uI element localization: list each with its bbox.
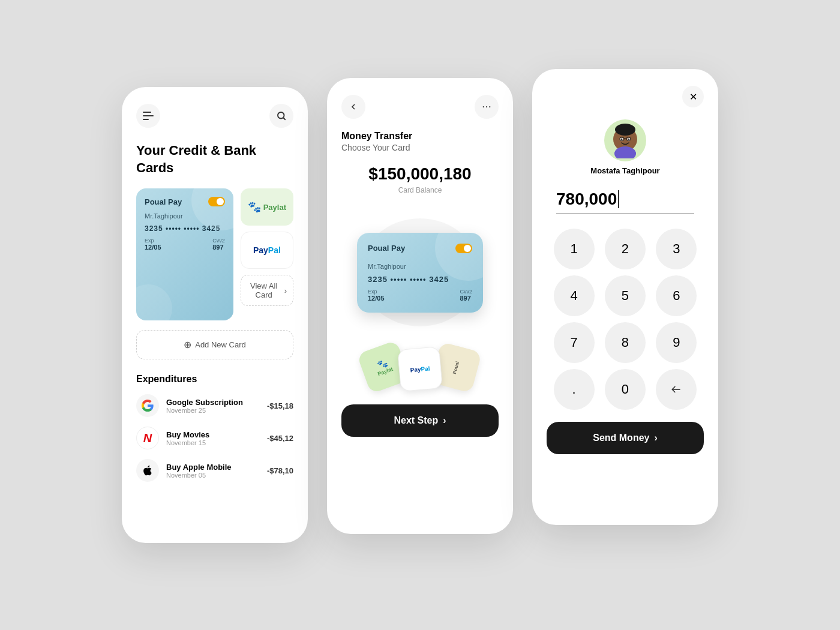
mini-cards-row: 🐾 Paylat PayPal Poual xyxy=(341,348,499,390)
expense-name: Buy Movies xyxy=(166,430,260,439)
exp-label: Exp xyxy=(368,289,385,295)
svg-point-2 xyxy=(483,106,484,107)
google-icon xyxy=(141,399,154,412)
phone2-header xyxy=(341,95,499,119)
num-1-button[interactable]: 1 xyxy=(554,229,595,269)
netflix-logo: N xyxy=(136,427,159,449)
phone-screen-2: Money Transfer Choose Your Card $150,000… xyxy=(327,78,513,534)
back-button[interactable] xyxy=(341,95,365,119)
featured-credit-card: Poual Pay Mr.Taghipour 3235 ••••• ••••• … xyxy=(357,233,483,313)
mini-card-paypal[interactable]: PayPal xyxy=(397,346,443,392)
num-9-button[interactable]: 9 xyxy=(656,322,697,363)
card-brand: Poual Pay xyxy=(368,244,405,253)
expense-name: Google Subscription xyxy=(166,398,260,407)
card-number: 3235 ••••• ••••• 3425 xyxy=(145,224,225,233)
expense-amount: -$45,12 xyxy=(267,434,293,443)
next-step-button[interactable]: Next Step › xyxy=(341,404,499,437)
numpad: 1 2 3 4 5 6 7 8 9 . 0 xyxy=(547,229,704,410)
amount-value: 780,000 xyxy=(556,190,617,209)
hamburger-icon xyxy=(143,112,154,120)
cvv-value: 897 xyxy=(212,244,225,251)
phone1-header xyxy=(136,104,293,128)
paylat-card[interactable]: 🐾 Paylat xyxy=(241,188,293,226)
search-icon xyxy=(276,110,287,121)
svg-point-4 xyxy=(489,106,490,107)
svg-point-3 xyxy=(486,106,487,107)
search-button[interactable] xyxy=(269,104,293,128)
svg-point-10 xyxy=(628,139,630,140)
paylat-logo: 🐾 Paylat xyxy=(248,200,286,214)
add-new-label: Add New Card xyxy=(195,340,246,349)
transfer-subtitle: Choose Your Card xyxy=(341,143,499,152)
cvv-label: Cvv2 xyxy=(460,289,472,295)
delete-button[interactable] xyxy=(656,369,697,410)
chevron-right-icon: › xyxy=(654,433,657,443)
num-0-button[interactable]: 0 xyxy=(605,369,646,410)
num-2-button[interactable]: 2 xyxy=(605,229,646,269)
plus-icon: ⊕ xyxy=(184,339,191,350)
small-cards-column: 🐾 Paylat PayPal View All Card › xyxy=(241,188,293,320)
delete-icon xyxy=(670,383,682,395)
expense-item-netflix: N Buy Movies November 15 -$45,12 xyxy=(136,427,293,449)
svg-point-9 xyxy=(621,139,623,140)
card-owner: Mr.Taghipour xyxy=(368,263,472,270)
add-new-card-button[interactable]: ⊕ Add New Card xyxy=(136,330,293,359)
expense-item-apple: Buy Apple Mobile November 05 -$78,10 xyxy=(136,459,293,482)
avatar xyxy=(604,119,646,161)
google-logo xyxy=(136,394,159,417)
card-brand: Poual Pay xyxy=(145,197,182,206)
expense-item-google: Google Subscription November 25 -$15,18 xyxy=(136,394,293,417)
next-step-label: Next Step xyxy=(394,415,438,426)
chevron-right-icon: › xyxy=(443,415,446,426)
exp-label: Exp xyxy=(145,238,161,244)
menu-button[interactable] xyxy=(136,104,160,128)
exp-value: 12/05 xyxy=(368,295,385,302)
view-all-label: View All Card xyxy=(247,281,281,299)
phone-screen-1: Your Credit & Bank Cards Poual Pay Mr.Ta… xyxy=(122,87,308,543)
num-3-button[interactable]: 3 xyxy=(656,229,697,269)
view-all-card-button[interactable]: View All Card › xyxy=(241,275,293,306)
expense-date: November 15 xyxy=(166,439,260,446)
card-toggle[interactable] xyxy=(455,244,472,253)
num-7-button[interactable]: 7 xyxy=(554,322,595,363)
apple-icon xyxy=(142,464,154,476)
expense-name: Buy Apple Mobile xyxy=(166,463,260,472)
exp-value: 12/05 xyxy=(145,244,161,251)
card-carousel: Poual Pay Mr.Taghipour 3235 ••••• ••••• … xyxy=(341,206,499,338)
close-button[interactable]: ✕ xyxy=(682,86,704,107)
phone-screen-3: ✕ xyxy=(532,69,718,525)
card-toggle[interactable] xyxy=(208,197,225,206)
page-title: Your Credit & Bank Cards xyxy=(136,142,293,176)
balance-amount: $150,000,180 xyxy=(341,164,499,184)
transfer-title: Money Transfer xyxy=(341,131,499,142)
cards-row: Poual Pay Mr.Taghipour 3235 ••••• ••••• … xyxy=(136,188,293,320)
cvv-value: 897 xyxy=(460,295,472,302)
num-4-button[interactable]: 4 xyxy=(554,275,595,316)
send-money-button[interactable]: Send Money › xyxy=(547,422,704,454)
expense-amount: -$78,10 xyxy=(267,466,293,475)
send-money-label: Send Money xyxy=(593,433,649,443)
phone3-header: ✕ xyxy=(547,86,704,107)
apple-logo xyxy=(136,459,159,482)
expense-date: November 05 xyxy=(166,472,260,479)
cvv-label: Cvv2 xyxy=(212,238,225,244)
num-6-button[interactable]: 6 xyxy=(656,275,697,316)
more-options-button[interactable] xyxy=(475,95,499,119)
card-number: 3235 ••••• ••••• 3425 xyxy=(368,275,472,284)
decimal-button[interactable]: . xyxy=(554,369,595,410)
expenditures-title: Expenditures xyxy=(136,374,293,385)
more-options-icon xyxy=(481,101,492,112)
back-icon xyxy=(349,102,358,112)
chevron-right-icon: › xyxy=(284,286,287,295)
num-8-button[interactable]: 8 xyxy=(605,322,646,363)
num-5-button[interactable]: 5 xyxy=(605,275,646,316)
expense-date: November 25 xyxy=(166,407,260,414)
avatar-section: Mostafa Taghipour xyxy=(547,119,704,175)
balance-label: Card Balance xyxy=(341,186,499,194)
user-name: Mostafa Taghipour xyxy=(590,166,659,175)
cursor xyxy=(618,190,619,208)
close-icon: ✕ xyxy=(689,91,697,103)
paypal-card[interactable]: PayPal xyxy=(241,232,293,269)
amount-display: 780,000 xyxy=(556,190,694,214)
paylat-label: Paylat xyxy=(263,203,286,212)
